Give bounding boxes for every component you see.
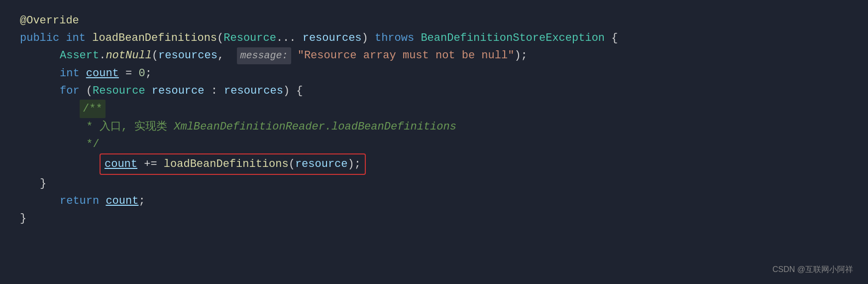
paren-open: ( [217, 29, 223, 47]
type-resource: Resource [223, 29, 276, 47]
var-count-return: count [106, 192, 138, 210]
method-loadbeandefinitions: loadBeanDefinitions [92, 29, 217, 47]
for-paren: ( [86, 82, 93, 100]
param-resource: resource [152, 82, 205, 100]
comment-end: */ [80, 136, 100, 153]
keyword-throws: throws [375, 29, 421, 47]
watermark: CSDN @互联网小阿祥 [772, 263, 853, 276]
param-resources: resources [303, 29, 362, 47]
code-container: @Override public int loadBeanDefinitions… [0, 0, 868, 284]
keyword-for: for [60, 82, 86, 100]
plus-assign: += [137, 158, 164, 170]
var-count-highlighted: count [105, 158, 137, 170]
brace-open: { [605, 29, 618, 47]
comment-italic-classname: XmlBeanDefinitionReader.loadBeanDefiniti… [174, 118, 456, 136]
semicolon2: ; [145, 65, 152, 82]
annotation-override: @Override [20, 12, 79, 29]
keyword-public: public [20, 29, 66, 47]
paren3: ( [289, 158, 295, 170]
colon1: : [204, 82, 224, 100]
dot1: . [99, 47, 106, 64]
type-resource2: Resource [93, 82, 145, 100]
code-line-9: count += loadBeanDefinitions(resource); [20, 153, 848, 175]
param-resource2: resource [295, 158, 348, 170]
var-count-decl: count [86, 65, 119, 82]
comment-block-start: /** [80, 100, 106, 118]
paren2: ( [152, 47, 158, 64]
semicolon1: ); [514, 47, 527, 64]
keyword-int: int [66, 29, 92, 47]
method-notnull: notNull [106, 47, 151, 64]
code-line-2: public int loadBeanDefinitions(Resource.… [20, 29, 848, 47]
brace-close-for: } [40, 175, 46, 192]
varargs: ... [276, 29, 303, 47]
param-resources3: resources [224, 82, 283, 100]
param-resources2: resources [158, 47, 217, 64]
space2 [145, 82, 152, 100]
semicolon4: ; [138, 192, 145, 210]
code-line-12: } [20, 210, 848, 227]
code-line-6: /** [20, 100, 848, 118]
semicolon3: ); [348, 158, 361, 170]
comma1: , [217, 47, 237, 64]
number-0: 0 [138, 65, 145, 82]
code-line-10: } [20, 175, 848, 192]
code-line-1: @Override [20, 12, 848, 29]
code-line-4: int count = 0; [20, 65, 848, 82]
code-line-3: Assert.notNull(resources, message: "Reso… [20, 47, 848, 64]
code-line-8: */ [20, 136, 848, 153]
type-assert: Assert [60, 47, 99, 64]
code-line-5: for (Resource resource : resources) { [20, 82, 848, 100]
code-line-11: return count; [20, 192, 848, 210]
for-brace: ) { [283, 82, 303, 100]
assign1: = [119, 65, 139, 82]
paren-close-throws: ) [362, 29, 375, 47]
method-loadbeandefinitions2: loadBeanDefinitions [164, 158, 289, 170]
highlight-box: count += loadBeanDefinitions(resource); [100, 153, 366, 175]
comment-text: * 入口, 实现类 [80, 118, 174, 136]
keyword-int2: int [60, 65, 86, 82]
space1 [291, 47, 298, 64]
brace-close-method: } [20, 210, 26, 227]
code-line-7: * 入口, 实现类 XmlBeanDefinitionReader.loadBe… [20, 118, 848, 136]
keyword-return: return [60, 192, 106, 210]
string-message: "Resource array must not be null" [298, 47, 515, 64]
param-hint-message: message: [237, 47, 291, 64]
type-exception: BeanDefinitionStoreException [421, 29, 605, 47]
